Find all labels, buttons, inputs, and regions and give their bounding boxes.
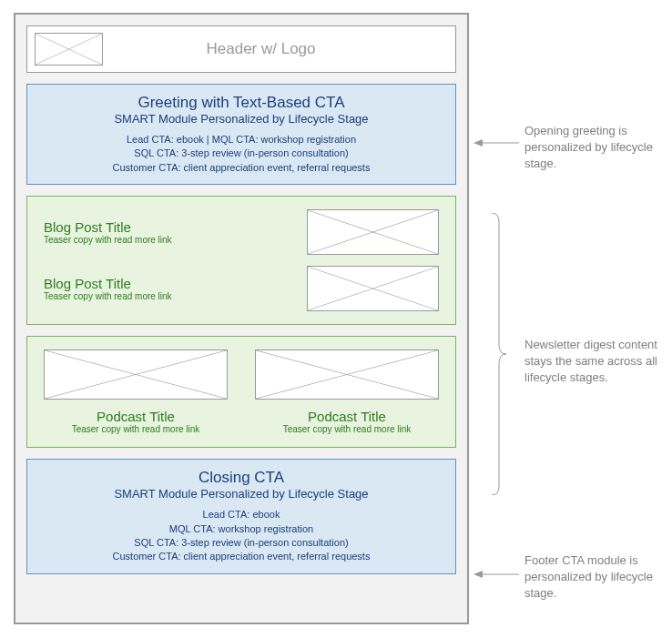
svg-marker-11 <box>473 139 483 147</box>
image-placeholder <box>255 349 439 400</box>
closing-line: Lead CTA: ebook <box>42 508 441 522</box>
closing-subtitle: SMART Module Personalized by Lifecycle S… <box>42 487 441 501</box>
header-module: Header w/ Logo <box>26 25 456 73</box>
podcast-teaser: Teaser copy with read more link <box>44 424 228 434</box>
annotation-text: Opening greeting is personalized by life… <box>524 123 661 173</box>
logo-placeholder <box>35 33 103 66</box>
closing-title: Closing CTA <box>42 469 441 487</box>
greeting-line: Customer CTA: client appreciation event,… <box>42 161 441 175</box>
podcast-teaser: Teaser copy with read more link <box>255 424 439 434</box>
svg-marker-13 <box>473 571 483 578</box>
closing-line: SQL CTA: 3-step review (in-person consul… <box>42 536 441 550</box>
image-placeholder <box>307 266 439 311</box>
annotation-text: Footer CTA module is personalized by lif… <box>524 552 661 603</box>
podcast-title: Podcast Title <box>44 409 228 424</box>
greeting-subtitle: SMART Module Personalized by Lifecycle S… <box>42 112 441 126</box>
blog-teaser: Teaser copy with read more link <box>44 291 307 301</box>
blog-row: Blog Post Title Teaser copy with read mo… <box>44 209 439 255</box>
closing-module: Closing CTA SMART Module Personalized by… <box>26 459 456 574</box>
arrow-icon <box>473 135 519 151</box>
image-placeholder <box>44 349 228 400</box>
greeting-line: SQL CTA: 3-step review (in-person consul… <box>42 147 441 160</box>
annotation-text: Newsletter digest content stays the same… <box>524 337 661 387</box>
wireframe-container: Header w/ Logo Greeting with Text-Based … <box>14 13 469 624</box>
blog-module: Blog Post Title Teaser copy with read mo… <box>26 196 456 325</box>
podcast-module: Podcast Title Teaser copy with read more… <box>26 336 456 448</box>
closing-line: MQL CTA: workshop registration <box>42 522 441 536</box>
podcast-col: Podcast Title Teaser copy with read more… <box>255 349 439 434</box>
bracket-icon <box>492 213 506 495</box>
podcast-title: Podcast Title <box>255 409 439 424</box>
blog-row: Blog Post Title Teaser copy with read mo… <box>44 266 439 311</box>
greeting-title: Greeting with Text-Based CTA <box>42 94 441 112</box>
closing-line: Customer CTA: client appreciation event,… <box>42 550 441 563</box>
blog-teaser: Teaser copy with read more link <box>44 235 307 245</box>
greeting-module: Greeting with Text-Based CTA SMART Modul… <box>26 84 456 185</box>
blog-title: Blog Post Title <box>44 276 307 291</box>
greeting-line: Lead CTA: ebook | MQL CTA: workshop regi… <box>42 133 441 147</box>
blog-title: Blog Post Title <box>44 219 307 235</box>
podcast-col: Podcast Title Teaser copy with read more… <box>44 349 228 434</box>
arrow-icon <box>473 566 519 582</box>
header-text: Header w/ Logo <box>103 40 455 58</box>
image-placeholder <box>307 209 439 255</box>
